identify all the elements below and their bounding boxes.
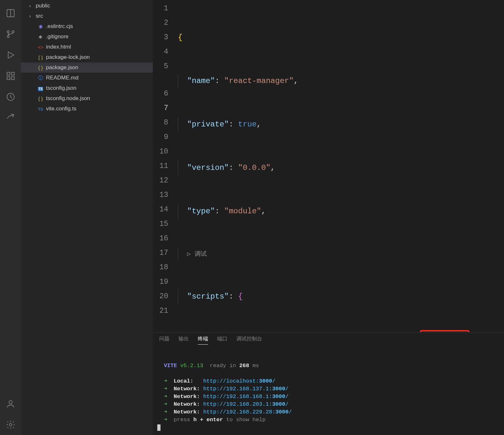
svg-point-2: [7, 31, 9, 32]
file-item-package-lock-json[interactable]: { }package-lock.json: [21, 52, 153, 62]
file-item-package-json[interactable]: { }package.json: [21, 62, 153, 73]
bottom-panel: 问题输出终端端口调试控制台 VITE v5.2.13 ready in 268 …: [153, 332, 504, 435]
svg-rect-7: [11, 77, 14, 79]
file-item-src[interactable]: ›src: [21, 11, 153, 21]
svg-rect-5: [7, 72, 10, 75]
account-icon[interactable]: [0, 393, 21, 414]
svg-point-11: [9, 423, 12, 426]
panel-tab-1[interactable]: 输出: [179, 336, 189, 345]
panel-tab-0[interactable]: 问题: [159, 336, 170, 345]
svg-point-3: [12, 31, 14, 32]
highlight-annotation: [420, 330, 470, 332]
file-item-tsconfig-node-json[interactable]: { }tsconfig.node.json: [21, 93, 153, 104]
extensions-icon[interactable]: [0, 65, 21, 86]
terminal-output[interactable]: VITE v5.2.13 ready in 268 ms ➜ Local: ht…: [153, 348, 504, 435]
book-icon[interactable]: [0, 3, 21, 23]
file-item-index-html[interactable]: <>index.html: [21, 42, 153, 52]
file-item-public[interactable]: ›public: [21, 1, 153, 11]
file-explorer: ›public›src◉.eslintrc.cjs◆.gitignore<>in…: [21, 0, 153, 435]
file-item-vite-config-ts[interactable]: TSvite.config.ts: [21, 104, 153, 114]
panel-tab-4[interactable]: 调试控制台: [236, 336, 262, 345]
panel-tabs: 问题输出终端端口调试控制台: [153, 332, 504, 348]
terminal-cursor: [157, 424, 160, 431]
svg-rect-6: [7, 77, 10, 79]
file-item--gitignore[interactable]: ◆.gitignore: [21, 32, 153, 42]
panel-tab-3[interactable]: 端口: [217, 336, 227, 345]
run-icon[interactable]: [0, 44, 21, 65]
file-item-tsconfig-json[interactable]: TStsconfig.json: [21, 83, 153, 93]
code-content[interactable]: { "name": "react-manager", "private": tr…: [178, 0, 504, 332]
panel-tab-2[interactable]: 终端: [198, 336, 208, 345]
editor-area: 123456789101112131415161718192021 { "nam…: [153, 0, 504, 435]
timeline-icon[interactable]: [0, 86, 21, 107]
share-icon[interactable]: [0, 107, 21, 128]
settings-icon[interactable]: [0, 414, 21, 435]
svg-point-10: [9, 401, 12, 404]
line-gutter: 123456789101112131415161718192021: [153, 0, 178, 332]
branch-icon[interactable]: [0, 23, 21, 44]
activity-bar: [0, 0, 21, 435]
svg-point-4: [7, 35, 9, 37]
file-item--eslintrc-cjs[interactable]: ◉.eslintrc.cjs: [21, 21, 153, 32]
file-item-README-md[interactable]: ⓘREADME.md: [21, 73, 153, 83]
svg-rect-8: [11, 72, 14, 75]
